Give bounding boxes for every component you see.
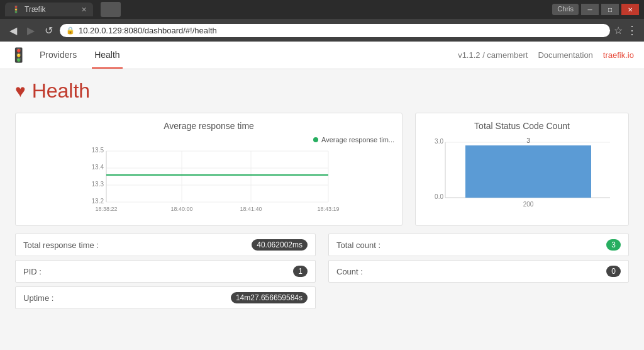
tab-favicon: 🚦 (11, 5, 21, 14)
total-response-label: Total response time : (23, 240, 252, 250)
forward-button[interactable]: ▶ (24, 23, 38, 38)
svg-text:18:40:00: 18:40:00 (170, 206, 192, 212)
nav-health[interactable]: Health (92, 42, 122, 69)
documentation-link[interactable]: Documentation (538, 50, 592, 60)
lock-icon: 🔒 (66, 26, 75, 35)
total-response-value: 40.062002ms (252, 239, 308, 251)
svg-text:3.0: 3.0 (435, 138, 443, 145)
reload-button[interactable]: ↺ (42, 23, 56, 38)
svg-text:0.0: 0.0 (435, 193, 443, 200)
legend-label: Average response tim... (321, 136, 394, 144)
address-bar[interactable]: 🔒 10.20.0.129:8080/dashboard/#!/health (60, 24, 610, 37)
maximize-button[interactable]: □ (601, 4, 619, 15)
bar-200 (465, 145, 591, 198)
back-button[interactable]: ◀ (6, 23, 20, 38)
app-navbar: 🚦 Providers Health v1.1.2 / camembert Do… (0, 42, 644, 69)
charts-row: Average response time Average response t… (15, 113, 629, 226)
menu-button[interactable]: ⋮ (626, 23, 638, 37)
total-response-row: Total response time : 40.062002ms (15, 234, 316, 256)
avg-response-chart: Average response time Average response t… (15, 113, 402, 226)
status-chart: Total Status Code Count 3.0 0.0 3 200 (415, 113, 629, 226)
new-tab-button[interactable] (101, 2, 121, 17)
bar-chart-svg: 3.0 0.0 3 200 (423, 136, 621, 212)
total-count-label: Total count : (336, 240, 606, 250)
svg-text:13.4: 13.4 (92, 164, 104, 171)
uptime-value: 14m27.656659584s (231, 292, 308, 303)
pid-value: 1 (293, 266, 308, 277)
count-label: Count : (336, 267, 606, 276)
tab-title: Træfik (25, 5, 46, 14)
page-title-row: ♥ Health (15, 79, 629, 103)
svg-text:18:38:22: 18:38:22 (95, 206, 117, 212)
address-text: 10.20.0.129:8080/dashboard/#!/health (79, 26, 217, 35)
total-count-row: Total count : 3 (328, 234, 629, 256)
traefik-io-link[interactable]: traefik.io (603, 50, 634, 60)
legend-dot (313, 137, 318, 142)
heart-icon: ♥ (15, 81, 26, 101)
svg-text:18:43:19: 18:43:19 (317, 206, 339, 212)
close-button[interactable]: ✕ (621, 4, 639, 15)
pid-row: PID : 1 (15, 260, 316, 283)
count-value: 0 (606, 266, 621, 277)
left-stats: Total response time : 40.062002ms PID : … (15, 234, 316, 313)
status-chart-title: Total Status Code Count (423, 121, 621, 131)
bookmark-button[interactable]: ☆ (614, 25, 623, 37)
total-count-value: 3 (606, 239, 621, 251)
uptime-row: Uptime : 14m27.656659584s (15, 286, 316, 309)
uptime-label: Uptime : (23, 293, 231, 303)
right-stats: Total count : 3 Count : 0 (328, 234, 629, 313)
svg-text:13.5: 13.5 (92, 147, 104, 154)
svg-text:200: 200 (523, 201, 534, 208)
svg-text:13.2: 13.2 (92, 198, 104, 205)
svg-text:3: 3 (526, 137, 530, 144)
tab-close-button[interactable]: ✕ (81, 6, 87, 14)
pid-label: PID : (23, 267, 293, 276)
stats-rows: Total response time : 40.062002ms PID : … (15, 234, 629, 313)
app-logo: 🚦 (10, 47, 27, 64)
avg-response-chart-title: Average response time (23, 121, 394, 131)
browser-tab[interactable]: 🚦 Træfik ✕ (5, 3, 93, 16)
svg-text:18:41:40: 18:41:40 (240, 206, 262, 212)
page-title: Health (32, 79, 91, 103)
nav-providers[interactable]: Providers (37, 42, 79, 69)
version-label: v1.1.2 / camembert (458, 50, 528, 60)
line-chart-svg: 13.5 13.4 13.3 13.2 (23, 146, 394, 215)
svg-text:13.3: 13.3 (92, 181, 104, 188)
count-row: Count : 0 (328, 260, 629, 283)
user-badge: Chris (552, 4, 579, 15)
minimize-button[interactable]: ─ (581, 4, 599, 15)
